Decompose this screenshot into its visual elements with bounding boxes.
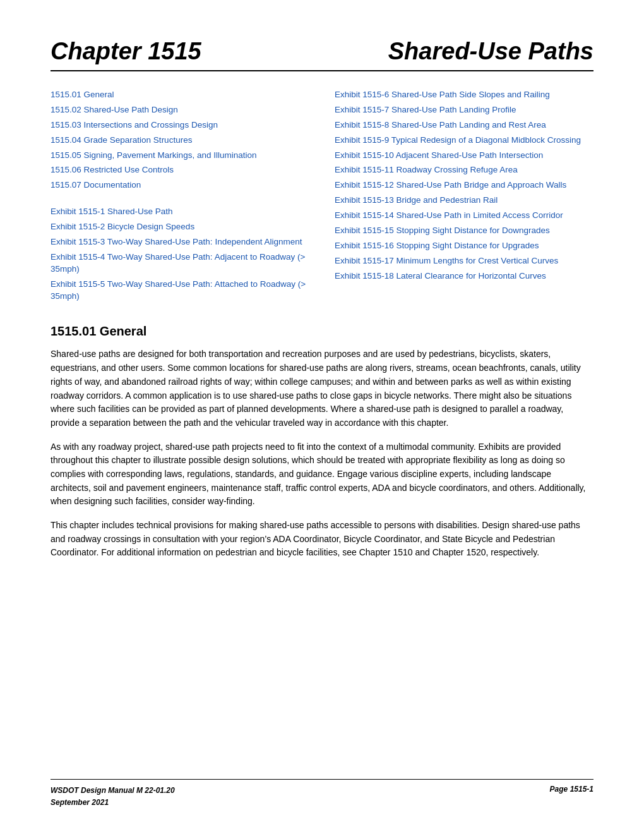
footer-date: September 2021 <box>51 797 175 809</box>
toc-link-1501-04[interactable]: 1515.04 Grade Separation Structures <box>51 135 309 147</box>
toc-exhibit-18[interactable]: Exhibit 1515-18 Lateral Clearance for Ho… <box>335 270 593 282</box>
page: Chapter 1515 Shared-Use Paths 1515.01 Ge… <box>0 0 644 834</box>
toc-right-column: Exhibit 1515-6 Shared-Use Path Side Slop… <box>328 89 593 305</box>
toc-link-1501-06[interactable]: 1515.06 Restricted Use Controls <box>51 164 309 176</box>
chapter-label: Chapter 1515 <box>51 38 201 65</box>
chapter-title: Shared-Use Paths <box>388 38 593 65</box>
footer-manual: WSDOT Design Manual M 22-01.20 <box>51 785 175 797</box>
toc-exhibit-9[interactable]: Exhibit 1515-9 Typical Redesign of a Dia… <box>335 135 593 147</box>
toc-exhibit-3[interactable]: Exhibit 1515-3 Two-Way Shared-Use Path: … <box>51 236 309 248</box>
toc-link-1501-05[interactable]: 1515.05 Signing, Pavement Markings, and … <box>51 150 309 162</box>
toc-link-1501-01[interactable]: 1515.01 General <box>51 89 309 101</box>
toc-left-column: 1515.01 General 1515.02 Shared-Use Path … <box>51 89 328 305</box>
toc-exhibit-7[interactable]: Exhibit 1515-7 Shared-Use Path Landing P… <box>335 104 593 116</box>
toc-link-1501-02[interactable]: 1515.02 Shared-Use Path Design <box>51 104 309 116</box>
footer-left: WSDOT Design Manual M 22-01.20 September… <box>51 785 175 809</box>
toc-exhibit-17[interactable]: Exhibit 1515-17 Minimum Lengths for Cres… <box>335 255 593 267</box>
toc-exhibit-16[interactable]: Exhibit 1515-16 Stopping Sight Distance … <box>335 240 593 252</box>
toc-exhibit-2[interactable]: Exhibit 1515-2 Bicycle Design Speeds <box>51 221 309 233</box>
toc-exhibit-11[interactable]: Exhibit 1515-11 Roadway Crossing Refuge … <box>335 164 593 176</box>
body-paragraph-3: This chapter includes technical provisio… <box>51 519 593 560</box>
page-header: Chapter 1515 Shared-Use Paths <box>51 38 593 71</box>
body-paragraph-2: As with any roadway project, shared-use … <box>51 440 593 509</box>
toc-exhibit-4[interactable]: Exhibit 1515-4 Two-Way Shared-Use Path: … <box>51 251 309 275</box>
toc-exhibit-15[interactable]: Exhibit 1515-15 Stopping Sight Distance … <box>335 225 593 237</box>
body-paragraph-1: Shared-use paths are designed for both t… <box>51 348 593 430</box>
toc-link-1501-03[interactable]: 1515.03 Intersections and Crossings Desi… <box>51 119 309 131</box>
toc-exhibit-1[interactable]: Exhibit 1515-1 Shared-Use Path <box>51 206 309 218</box>
toc-exhibit-10[interactable]: Exhibit 1515-10 Adjacent Shared-Use Path… <box>335 150 593 162</box>
toc-exhibit-6[interactable]: Exhibit 1515-6 Shared-Use Path Side Slop… <box>335 89 593 101</box>
toc: 1515.01 General 1515.02 Shared-Use Path … <box>51 89 593 305</box>
toc-exhibit-13[interactable]: Exhibit 1515-13 Bridge and Pedestrian Ra… <box>335 195 593 207</box>
page-footer: WSDOT Design Manual M 22-01.20 September… <box>51 779 593 809</box>
toc-exhibit-14[interactable]: Exhibit 1515-14 Shared-Use Path in Limit… <box>335 210 593 222</box>
footer-page: Page 1515-1 <box>550 785 593 794</box>
toc-link-1501-07[interactable]: 1515.07 Documentation <box>51 179 309 191</box>
toc-exhibit-8[interactable]: Exhibit 1515-8 Shared-Use Path Landing a… <box>335 119 593 131</box>
section-heading: 1515.01 General <box>51 324 593 339</box>
toc-exhibit-5[interactable]: Exhibit 1515-5 Two-Way Shared-Use Path: … <box>51 279 309 303</box>
toc-exhibit-12[interactable]: Exhibit 1515-12 Shared-Use Path Bridge a… <box>335 179 593 191</box>
